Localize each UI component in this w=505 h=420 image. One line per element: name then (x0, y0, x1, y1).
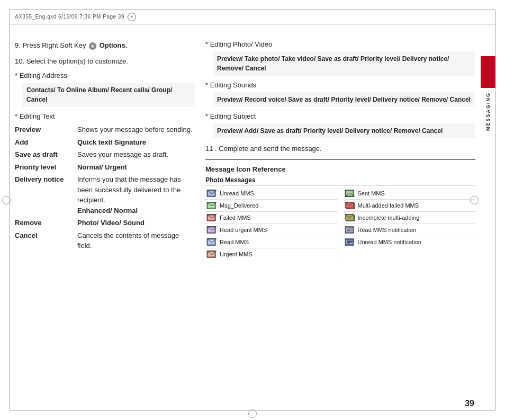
sidebar-label: MESSAGING (485, 92, 491, 131)
icon-label: Unread MMS (220, 190, 254, 196)
list-item: Unread MMS (205, 187, 338, 200)
step11-text: 11 . Complete and send the message. (205, 145, 322, 153)
incomplete-multi-icon (345, 213, 355, 222)
label-add: Add (15, 136, 73, 149)
step9-bold: Options. (100, 41, 128, 49)
sent-mms-icon (345, 189, 355, 198)
editing-sounds-title: * Editing Sounds (205, 81, 475, 89)
list-item: Failed MMS (205, 212, 338, 224)
editing-photo-content: Preview/ Take photo/ Take video/ Save as… (213, 51, 475, 76)
step-11: 11 . Complete and send the message. (205, 144, 475, 154)
step9-text: 9. Press Right Soft Key (15, 41, 88, 49)
read-urgent-mms-icon: ! (206, 226, 217, 234)
list-item: Read MMS notification (344, 224, 476, 236)
label-delivery: Delivery notice (15, 173, 73, 217)
value-remove: Photo/ Video/ Sound (73, 217, 195, 229)
icon-columns: Unread MMS Msg_Delivered (205, 187, 475, 260)
label-preview: Preview (15, 123, 73, 136)
editing-subject-title: * Editing Subject (205, 112, 475, 120)
label-remove: Remove (15, 217, 73, 229)
sidebar: MESSAGING (481, 24, 495, 410)
icon-label: Read MMS notification (358, 227, 417, 233)
urgent-mms-icon: ! (206, 250, 217, 258)
icon-label: Incomplete multi-adding (358, 215, 420, 221)
value-delivery: Informs you that the message has been su… (73, 173, 195, 217)
label-save-draft: Save as draft (15, 148, 73, 161)
value-priority: Normal/ Urgent (73, 161, 195, 174)
icon-label: Msg_Delivered (220, 202, 258, 209)
step-10: 10. Select the option(s) to customize. (15, 56, 195, 67)
editing-text-table: Preview Shows your message before sendin… (15, 123, 195, 252)
table-row: Cancel Cancels the contents of message f… (15, 229, 195, 252)
right-icon-col: Sent MMS Multi-added failed MMS (344, 187, 476, 260)
editing-photo-title: * Editing Photo/ Video (205, 40, 475, 48)
unread-notification-icon (345, 238, 355, 246)
divider (205, 159, 475, 160)
step10-text: 10. Select the option(s) to customize. (15, 57, 128, 65)
list-item: Incomplete multi-adding (344, 212, 476, 224)
left-column: 9. Press Right Soft Key Options. 10. Sel… (15, 24, 195, 405)
read-notification-icon (345, 226, 355, 234)
left-circle-decoration (2, 196, 11, 204)
right-column: * Editing Photo/ Video Preview/ Take pho… (205, 24, 475, 405)
list-item: Unread MMS notification (344, 236, 476, 248)
msg-icon-reference: Message Icon Reference Photo Messages Un… (205, 165, 475, 260)
read-mms-icon (206, 238, 217, 246)
header-circle (128, 13, 136, 21)
label-priority: Priority level (15, 161, 73, 174)
list-item: Msg_Delivered (205, 200, 338, 212)
table-row: Remove Photo/ Video/ Sound (15, 217, 195, 229)
msg-icon-ref-title: Message Icon Reference (205, 165, 475, 173)
icon-label: Urgent MMS (220, 251, 252, 257)
failed-mms-icon (206, 213, 217, 222)
list-item: Read MMS (205, 236, 338, 248)
svg-text:!: ! (210, 228, 211, 232)
editing-address-title: * Editing Address (15, 72, 195, 79)
option-icon (89, 42, 96, 50)
icon-label: Read urgent MMS (220, 227, 267, 233)
value-cancel: Cancels the contents of message field. (73, 229, 195, 252)
editing-text-title: * Editing Text (15, 112, 195, 120)
list-item: Sent MMS (344, 187, 476, 200)
list-item: ! Read urgent MMS (205, 224, 338, 236)
icon-label: Read MMS (220, 239, 249, 245)
msg-delivered-icon (206, 201, 217, 210)
icon-label: Sent MMS (358, 190, 385, 196)
list-item: ! Urgent MMS (205, 248, 338, 260)
value-save-draft: Saves your message as draft. (73, 148, 195, 161)
list-item: Multi-added failed MMS (344, 200, 476, 212)
label-cancel: Cancel (15, 229, 73, 252)
editing-sounds-content: Preview/ Record voice/ Save as draft/ Pr… (213, 92, 475, 107)
page-header: AX355_Eng.qxd 6/16/06 7:36 PM Page 39 (10, 10, 495, 24)
step-9: 9. Press Right Soft Key Options. (15, 40, 195, 51)
editing-address-content: Contacts/ To Online Album/ Recent calls/… (22, 83, 195, 107)
multi-failed-icon (345, 201, 355, 210)
table-row: Preview Shows your message before sendin… (15, 123, 195, 136)
main-content: 9. Press Right Soft Key Options. 10. Sel… (15, 24, 475, 405)
unread-mms-icon (206, 189, 217, 198)
svg-text:!: ! (210, 253, 211, 256)
icon-label: Failed MMS (220, 215, 251, 221)
header-text: AX355_Eng.qxd 6/16/06 7:36 PM Page 39 (15, 14, 124, 20)
table-row: Priority level Normal/ Urgent (15, 161, 195, 174)
table-row: Save as draft Saves your message as draf… (15, 148, 195, 161)
icon-label: Unread MMS notification (358, 239, 421, 245)
bottom-circle-decoration (248, 409, 257, 418)
value-preview: Shows your message before sending. (73, 123, 195, 136)
photo-messages-title: Photo Messages (205, 176, 475, 185)
sidebar-red-block (481, 56, 495, 88)
table-row: Delivery notice Informs you that the mes… (15, 173, 195, 217)
left-icon-col: Unread MMS Msg_Delivered (205, 187, 338, 260)
value-add: Quick text/ Signature (73, 136, 195, 149)
editing-subject-content: Preview/ Add/ Save as draft/ Priority le… (213, 123, 475, 138)
table-row: Add Quick text/ Signature (15, 136, 195, 149)
icon-label: Multi-added failed MMS (358, 202, 419, 209)
